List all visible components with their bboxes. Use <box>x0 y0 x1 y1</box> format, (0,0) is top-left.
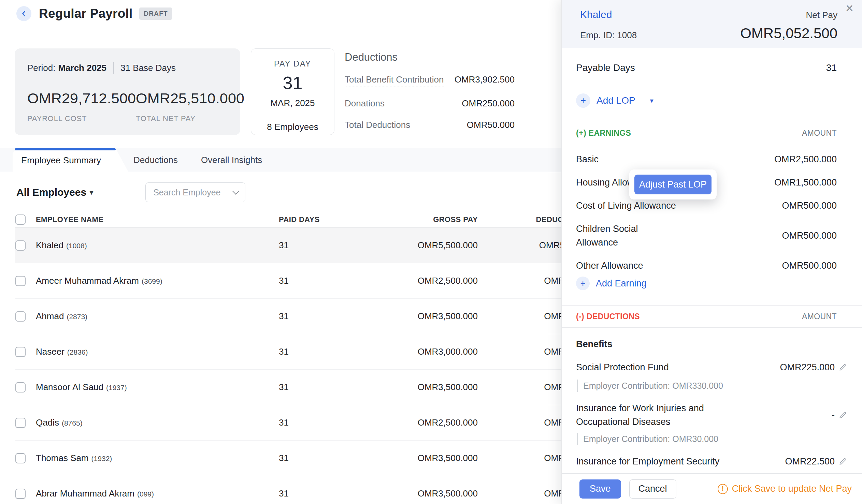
employee-id: (1937) <box>106 384 127 392</box>
employee-name: Ahmad <box>36 311 64 321</box>
drawer-employee-name[interactable]: Khaled <box>580 9 612 21</box>
employee-name-cell[interactable]: Qadis(8765) <box>31 417 279 428</box>
table-row[interactable]: Qadis(8765) 31 OMR2,500.000 OMR0.000 <box>15 405 587 441</box>
payable-days-value: 31 <box>826 62 837 74</box>
chevron-left-icon <box>20 10 28 18</box>
deduction-row: Insurance for Work Injuries and Occupati… <box>576 401 848 429</box>
all-employees-dropdown[interactable]: All Employees ▾ <box>16 187 93 198</box>
gross-pay-cell: OMR3,500.000 <box>381 453 478 463</box>
edit-pencil-icon[interactable] <box>838 456 848 466</box>
payday-month: MAR, 2025 <box>270 98 315 108</box>
close-icon[interactable]: ✕ <box>845 3 854 14</box>
table-row[interactable]: Thomas Sam(1932) 31 OMR3,500.000 OMR0.00… <box>15 441 587 476</box>
paid-days-cell: 31 <box>279 311 381 321</box>
total-net-pay-block: OMR25,510.000 TOTAL NET PAY <box>136 90 244 123</box>
edit-pencil-icon[interactable] <box>838 410 848 420</box>
caret-down-icon: ▾ <box>90 188 93 196</box>
period-label: Period: <box>27 63 55 73</box>
add-lop-button[interactable]: Add LOP <box>597 95 636 106</box>
row-checkbox[interactable] <box>15 382 26 393</box>
gross-pay-cell: OMR2,500.000 <box>381 276 478 286</box>
employee-name: Ameer Muhammad Akram <box>36 276 139 286</box>
tab-employee-summary[interactable]: Employee Summary <box>13 148 129 173</box>
edit-pencil-icon[interactable] <box>838 362 848 372</box>
table-row[interactable]: Abrar Muhammad Akram(099) 31 OMR3,500.00… <box>15 476 587 504</box>
employee-table: EMPLOYEE NAME PAID DAYS GROSS PAY DEDUCT… <box>0 211 587 504</box>
earning-label: Children Social Allowance <box>576 222 675 249</box>
row-checkbox[interactable] <box>15 418 26 428</box>
employee-name-cell[interactable]: Abrar Muhammad Akram(099) <box>31 488 279 499</box>
total-deductions-label: Total Deductions <box>345 120 410 130</box>
select-all-cell <box>15 214 31 225</box>
employee-name-cell[interactable]: Naseer(2836) <box>31 346 279 357</box>
table-row[interactable]: Khaled(1008) 31 OMR5,500.000 OMR50.000 <box>15 228 587 263</box>
tab-employee-summary-label: Employee Summary <box>13 148 109 173</box>
tab-deductions[interactable]: Deductions <box>133 148 178 172</box>
back-button[interactable] <box>16 6 31 21</box>
deductions-summary-title: Deductions <box>345 51 514 63</box>
table-header-row: EMPLOYEE NAME PAID DAYS GROSS PAY DEDUCT… <box>15 211 587 228</box>
divider <box>262 116 324 116</box>
employee-id: (3699) <box>142 277 162 285</box>
employee-id: (1932) <box>91 454 112 462</box>
cancel-button[interactable]: Cancel <box>629 479 676 499</box>
row-checkbox[interactable] <box>15 311 26 321</box>
employee-name-cell[interactable]: Khaled(1008) <box>31 240 279 251</box>
earning-value: OMR500.000 <box>782 229 837 242</box>
row-checkbox[interactable] <box>15 240 26 251</box>
employee-name-cell[interactable]: Ameer Muhammad Akram(3699) <box>31 276 279 286</box>
employee-name-cell[interactable]: Mansoor Al Saud(1937) <box>31 382 279 393</box>
period-value: March 2025 <box>58 63 106 73</box>
employee-name-cell[interactable]: Ahmad(2873) <box>31 311 279 321</box>
header-gross-pay: GROSS PAY <box>381 215 478 224</box>
add-lop-caret-icon[interactable]: ▾ <box>650 96 653 105</box>
deduction-label: Insurance for Work Injuries and Occupati… <box>576 401 733 429</box>
employee-name: Naseer <box>36 346 65 357</box>
tab-overall-insights[interactable]: Overall Insights <box>201 148 262 172</box>
row-check-cell <box>15 453 31 463</box>
plus-icon[interactable]: + <box>576 93 590 108</box>
employee-pay-drawer: ✕ Khaled Net Pay Emp. ID: 1008 OMR5,052.… <box>561 0 862 504</box>
row-checkbox[interactable] <box>15 489 26 499</box>
net-pay-value: OMR5,052.500 <box>740 25 837 42</box>
base-days: 31 Base Days <box>120 63 176 73</box>
paid-days-cell: 31 <box>279 417 381 428</box>
row-checkbox[interactable] <box>15 276 26 286</box>
total-benefit-contribution-label[interactable]: Total Benefit Contribution <box>345 74 444 87</box>
deductions-summary: Deductions Total Benefit Contribution OM… <box>345 49 514 135</box>
gross-pay-cell: OMR3,500.000 <box>381 311 478 321</box>
table-row[interactable]: Ahmad(2873) 31 OMR3,500.000 OMR0.000 <box>15 299 587 334</box>
header-paid-days: PAID DAYS <box>279 215 381 224</box>
earnings-section-header: (+) EARNINGS AMOUNT <box>562 122 862 144</box>
employee-name-cell[interactable]: Thomas Sam(1932) <box>31 453 279 463</box>
table-row[interactable]: Mansoor Al Saud(1937) 31 OMR3,500.000 OM… <box>15 370 587 405</box>
row-check-cell <box>15 489 31 499</box>
earnings-amount-header: AMOUNT <box>802 129 837 138</box>
row-check-cell <box>15 240 31 251</box>
row-check-cell <box>15 276 31 286</box>
deduction-summary-row: Total Benefit Contribution OMR3,902.500 <box>345 74 514 87</box>
deduction-value: - <box>832 408 835 422</box>
search-employee-placeholder: Search Employee <box>153 188 220 197</box>
earning-row: Cost of Living Allowance OMR500.000 <box>576 199 848 212</box>
adjust-past-lop-button[interactable]: Adjust Past LOP <box>635 175 711 194</box>
save-warning: ! Click Save to update Net Pay <box>718 483 852 494</box>
deductions-amount-header: AMOUNT <box>802 312 837 321</box>
plus-icon[interactable]: + <box>576 277 590 290</box>
select-all-checkbox[interactable] <box>15 214 26 225</box>
search-employee-select[interactable]: Search Employee <box>145 183 245 202</box>
earning-label: Basic <box>576 152 599 166</box>
earning-label: Cost of Living Allowance <box>576 199 676 212</box>
deductions-section-header: (-) DEDUCTIONS AMOUNT <box>562 305 862 328</box>
deduction-summary-row: Donations OMR250.000 <box>345 98 514 109</box>
row-checkbox[interactable] <box>15 453 26 463</box>
add-earning-button[interactable]: Add Earning <box>596 278 646 289</box>
row-checkbox[interactable] <box>15 347 26 357</box>
row-check-cell <box>15 347 31 357</box>
earnings-header-label: (+) EARNINGS <box>576 129 631 138</box>
save-button[interactable]: Save <box>579 479 621 499</box>
earning-row: Basic OMR2,500.000 <box>576 152 848 166</box>
table-row[interactable]: Ameer Muhammad Akram(3699) 31 OMR2,500.0… <box>15 263 587 299</box>
deduction-value: OMR225.000 <box>780 360 835 374</box>
table-row[interactable]: Naseer(2836) 31 OMR3,000.000 OMR0.000 <box>15 334 587 370</box>
